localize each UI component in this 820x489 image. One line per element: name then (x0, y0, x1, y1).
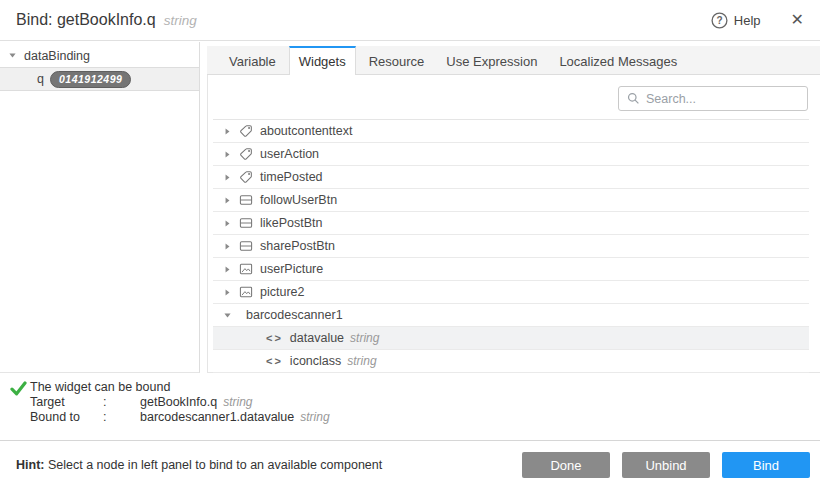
caret-down-icon[interactable] (223, 311, 232, 320)
widget-label: picture2 (260, 285, 304, 299)
caret-down-icon[interactable] (8, 49, 17, 63)
value-badge: 0141912499 (50, 71, 131, 88)
caret-right-icon[interactable] (223, 150, 232, 159)
check-icon (10, 381, 27, 400)
widget-tree-row-timePosted[interactable]: timePosted (213, 166, 809, 189)
status-row-target: Target:getBookInfo.qstring (30, 395, 330, 410)
caret-right-icon[interactable] (223, 288, 232, 297)
code-icon: <> (266, 332, 283, 344)
footer-buttons: DoneUnbindBind (522, 452, 810, 478)
widget-tree-row-userAction[interactable]: userAction (213, 143, 809, 166)
hint-text: Hint: Select a node in left panel to bin… (16, 458, 382, 472)
data-binding-panel: dataBinding q 0141912499 (0, 42, 200, 373)
tree-node-databinding[interactable]: dataBinding (0, 45, 199, 67)
bind-dialog: Bind: getBookInfo.q string ? Help ✕ data… (0, 0, 820, 489)
tree-node-label: q (37, 72, 44, 86)
dialog-title-type: string (164, 13, 197, 28)
help-icon: ? (711, 12, 728, 29)
button-icon (239, 216, 253, 230)
dialog-title: Bind: getBookInfo.q (16, 11, 156, 29)
widget-type: string (350, 331, 379, 345)
caret-right-icon[interactable] (223, 127, 232, 136)
svg-text:?: ? (716, 15, 722, 26)
tag-icon (239, 147, 253, 161)
help-button[interactable]: ? Help (711, 12, 761, 29)
button-icon (239, 193, 253, 207)
tree-node-q[interactable]: q 0141912499 (0, 67, 199, 91)
binding-source-panel: VariableWidgetsResourceUse ExpressionLoc… (207, 42, 820, 373)
search-icon (627, 92, 640, 105)
caret-right-icon[interactable] (223, 265, 232, 274)
widget-label: datavalue (290, 331, 344, 345)
help-label: Help (734, 13, 761, 28)
widget-label: timePosted (260, 170, 323, 184)
widget-label: sharePostBtn (260, 239, 335, 253)
widget-tree-row-likePostBtn[interactable]: likePostBtn (213, 212, 809, 235)
widget-tree-row-sharePostBtn[interactable]: sharePostBtn (213, 235, 809, 258)
close-icon[interactable]: ✕ (791, 12, 804, 28)
widget-label: followUserBtn (260, 193, 337, 207)
done-button[interactable]: Done (522, 452, 610, 478)
status-row-bound-to: Bound to:barcodescanner1.datavaluestring (30, 410, 330, 425)
caret-right-icon[interactable] (223, 196, 232, 205)
widgets-tab-content: aboutcontenttextuserActiontimePostedfoll… (207, 75, 820, 373)
dialog-footer: Hint: Select a node in left panel to bin… (0, 440, 820, 489)
tag-icon (239, 124, 253, 138)
widget-label: iconclass (290, 354, 341, 368)
widget-tree-row-datavalue[interactable]: <>datavaluestring (213, 327, 809, 350)
tab-localized-messages[interactable]: Localized Messages (550, 46, 686, 74)
picture-icon (239, 262, 253, 276)
tab-resource[interactable]: Resource (360, 46, 434, 74)
tab-bar: VariableWidgetsResourceUse ExpressionLoc… (207, 46, 820, 75)
picture-icon (239, 285, 253, 299)
widget-tree-row-picture2[interactable]: picture2 (213, 281, 809, 304)
tab-widgets[interactable]: Widgets (289, 46, 356, 75)
tab-use-expression[interactable]: Use Expression (437, 46, 546, 74)
search-box[interactable] (618, 86, 808, 111)
caret-right-icon[interactable] (223, 173, 232, 182)
widget-label: userPicture (260, 262, 323, 276)
binding-status: The widget can be bound Target:getBookIn… (0, 373, 820, 440)
unbind-button[interactable]: Unbind (622, 452, 710, 478)
widget-tree-row-aboutcontenttext[interactable]: aboutcontenttext (213, 120, 809, 143)
widget-label: userAction (260, 147, 319, 161)
status-message: The widget can be bound (30, 380, 330, 395)
button-icon (239, 239, 253, 253)
caret-right-icon[interactable] (223, 242, 232, 251)
code-icon: <> (266, 355, 283, 367)
widget-label: likePostBtn (260, 216, 323, 230)
tab-variable[interactable]: Variable (220, 46, 285, 74)
widget-label: barcodescanner1 (246, 308, 343, 322)
status-rows: Target:getBookInfo.qstringBound to:barco… (30, 395, 330, 425)
main-area: dataBinding q 0141912499 VariableWidgets… (0, 42, 820, 373)
widget-tree: aboutcontenttextuserActiontimePostedfoll… (213, 119, 809, 373)
widget-tree-row-barcodescanner1[interactable]: barcodescanner1 (213, 304, 809, 327)
search-input[interactable] (646, 92, 799, 106)
caret-right-icon[interactable] (223, 219, 232, 228)
bind-button[interactable]: Bind (722, 452, 810, 478)
dialog-header: Bind: getBookInfo.q string ? Help ✕ (0, 0, 820, 41)
widget-type: string (347, 354, 376, 368)
tree-node-label: dataBinding (24, 49, 90, 63)
widget-tree-row-followUserBtn[interactable]: followUserBtn (213, 189, 809, 212)
tag-icon (239, 170, 253, 184)
widget-label: aboutcontenttext (260, 124, 352, 138)
widget-tree-row-iconclass[interactable]: <>iconclassstring (213, 350, 809, 373)
widget-tree-row-userPicture[interactable]: userPicture (213, 258, 809, 281)
